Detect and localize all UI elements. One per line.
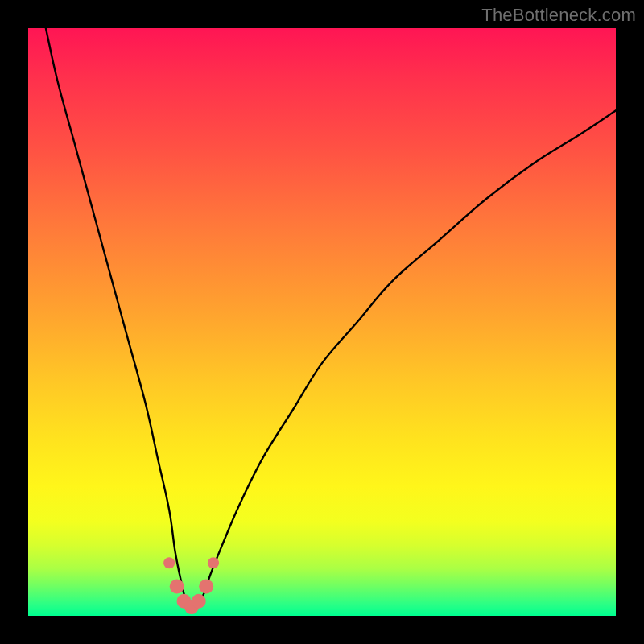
marker-dot xyxy=(163,557,175,568)
watermark-text: TheBottleneck.com xyxy=(481,5,636,26)
chart-frame: TheBottleneck.com xyxy=(0,0,644,644)
marker-dot xyxy=(170,580,184,594)
marker-dot xyxy=(199,580,213,594)
marker-dot xyxy=(208,557,219,568)
bottleneck-curve xyxy=(46,28,616,610)
plot-area xyxy=(28,28,616,616)
highlighted-dots xyxy=(163,557,219,614)
marker-dot xyxy=(192,594,206,609)
curve-layer xyxy=(28,28,616,616)
